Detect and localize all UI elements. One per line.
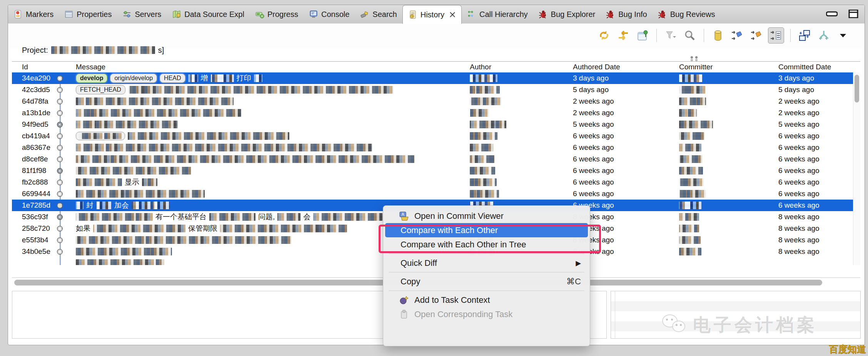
datasource-icon	[172, 10, 181, 19]
menu-item-compare-with-each-other-in-tree[interactable]: Compare with Each Other in Tree	[385, 237, 588, 252]
filter-disabled-icon[interactable]	[663, 28, 678, 43]
menu-item-compare-with-each-other[interactable]: Compare with Each Other	[385, 223, 588, 237]
show-all-branches-icon[interactable]	[710, 28, 726, 43]
table-row-81f1f98[interactable]: 81f1f986 weeks ago6 weeks ago	[12, 165, 853, 176]
vertical-scrollbar[interactable]	[853, 72, 860, 265]
tab-progress[interactable]: Progress	[250, 5, 304, 24]
table-row-d8cef8e[interactable]: d8cef8e6 weeks ago6 weeks ago	[12, 153, 853, 165]
censored-text	[76, 167, 191, 175]
menu-item-label: Quick Diff	[401, 258, 437, 268]
compare-mode-blue-icon[interactable]	[729, 28, 745, 43]
maximize-button[interactable]	[848, 10, 859, 18]
message-fragment: 增	[201, 73, 208, 83]
column-header-author[interactable]: Author	[470, 63, 491, 71]
menu-separator	[389, 272, 584, 272]
taskadd-icon	[399, 295, 409, 305]
committed-date: 2 weeks ago	[778, 109, 820, 117]
tab-bug-explorer[interactable]: Bug Explorer	[533, 5, 601, 24]
tab-history[interactable]: History	[402, 5, 462, 24]
commit-message	[76, 119, 178, 129]
commit-id: 34ea290	[22, 74, 50, 82]
message-fragment: 显示	[125, 177, 139, 187]
table-row-cb419a4[interactable]: cb419a46 weeks ago6 weeks ago	[12, 130, 853, 142]
column-drag-dots	[690, 56, 700, 61]
find-icon[interactable]	[682, 28, 698, 43]
column-header-id[interactable]: Id	[22, 63, 28, 71]
menu-item-copy[interactable]: Copy⌘C	[385, 274, 588, 289]
committed-date: 5 weeks ago	[778, 120, 820, 129]
tab-properties[interactable]: Properties	[59, 5, 117, 24]
branch-split-icon[interactable]	[816, 28, 831, 43]
tab-close-icon[interactable]	[449, 11, 456, 18]
committer-censored	[679, 74, 702, 82]
censored-text	[76, 190, 205, 198]
ref-badge-origin-develop: origin/develop	[110, 74, 157, 83]
tab-data-source-expl[interactable]: Data Source Expl	[167, 5, 250, 24]
ref-badge-head: HEAD	[160, 74, 185, 83]
committed-date: 6 weeks ago	[778, 178, 820, 186]
censored-text	[132, 202, 170, 209]
fold-messages-icon[interactable]	[768, 27, 784, 44]
table-header-row: IdMessageAuthorAuthored DateCommitterCom…	[12, 62, 860, 73]
table-row-42c3dd5[interactable]: 42c3dd5FETCH_HEAD5 days ago5 days ago	[12, 84, 853, 96]
committed-date: 8 weeks ago	[778, 224, 820, 233]
table-row-a86367e[interactable]: a86367e6 weeks ago6 weeks ago	[12, 142, 853, 153]
message-fragment: 问题,	[258, 212, 275, 222]
compare-mode-orange-icon[interactable]	[749, 28, 764, 43]
committed-date: 6 weeks ago	[778, 155, 820, 163]
commit-files-panel	[611, 291, 861, 339]
link-with-editor-icon[interactable]	[797, 28, 812, 43]
column-header-committed-date[interactable]: Committed Date	[778, 63, 831, 71]
window-controls	[826, 10, 859, 18]
tab-bug-reviews[interactable]: Bug Reviews	[653, 5, 721, 24]
menu-item-open-in-commit-viewer[interactable]: AOpen in Commit Viewer	[385, 209, 588, 223]
tab-label: Bug Reviews	[670, 10, 715, 19]
menu-item-quick-diff[interactable]: Quick Diff▶	[385, 256, 588, 270]
censored-text	[76, 144, 372, 151]
censored-text	[76, 259, 164, 265]
committed-date: 6 weeks ago	[778, 143, 820, 152]
commit-id: a13b1de	[22, 109, 50, 117]
commit-graph-dot	[57, 133, 63, 139]
table-row-fb2c888[interactable]: fb2c888显示6 weeks ago6 weeks ago	[12, 176, 853, 188]
table-row-a13b1de[interactable]: a13b1de2 weeks ago2 weeks ago	[12, 107, 853, 119]
table-row-6699444[interactable]: 66994446 weeks ago6 weeks ago	[12, 188, 853, 200]
column-header-committer[interactable]: Committer	[679, 63, 713, 71]
table-row-34ea290[interactable]: 34ea290developorigin/developHEAD增打印3 day…	[12, 72, 853, 84]
committed-date: 6 weeks ago	[778, 201, 820, 210]
tab-bug-info[interactable]: Bug Info	[601, 5, 653, 24]
fetch-push-icon[interactable]	[616, 28, 631, 43]
submenu-arrow-icon: ▶	[576, 259, 581, 267]
message-fragment: 打印	[237, 73, 251, 83]
minimize-button[interactable]	[826, 10, 838, 18]
authored-date: 6 weeks ago	[573, 190, 614, 198]
vertical-scrollbar-thumb[interactable]	[855, 75, 859, 102]
tab-label: Progress	[267, 10, 298, 19]
tab-label: Servers	[135, 10, 161, 19]
committed-date: 2 weeks ago	[778, 97, 820, 106]
panel-divider-line	[615, 291, 615, 338]
tab-console[interactable]: Console	[304, 5, 355, 24]
tab-markers[interactable]: Markers	[8, 5, 59, 24]
commit-message: 封加会	[76, 200, 170, 210]
column-header-authored-date[interactable]: Authored Date	[573, 63, 620, 71]
table-row-64d78fa[interactable]: 64d78fa2 weeks ago2 weeks ago	[12, 96, 853, 107]
tab-servers[interactable]: Servers	[117, 5, 167, 24]
view-menu-icon[interactable]	[835, 28, 851, 43]
tab-search[interactable]: Search	[355, 5, 402, 24]
committer-censored	[679, 121, 713, 128]
menu-item-add-to-task-context[interactable]: Add to Task Context	[385, 293, 588, 307]
refresh-icon[interactable]	[596, 28, 612, 43]
svg-text:A: A	[402, 212, 404, 217]
tab-call-hierarchy[interactable]: Call Hierarchy	[462, 5, 533, 24]
tab-label: Data Source Expl	[184, 10, 244, 19]
commit-graph-dot	[57, 237, 63, 243]
author-censored	[470, 86, 500, 94]
table-row-94f9ed5[interactable]: 94f9ed55 weeks ago5 weeks ago	[12, 119, 853, 130]
column-header-message[interactable]: Message	[76, 63, 105, 71]
pin-view-icon[interactable]	[635, 28, 650, 43]
toolbar-separator	[656, 29, 657, 42]
author-censored	[470, 109, 489, 117]
censored-text	[76, 248, 172, 255]
committed-date: 8 weeks ago	[778, 247, 820, 256]
